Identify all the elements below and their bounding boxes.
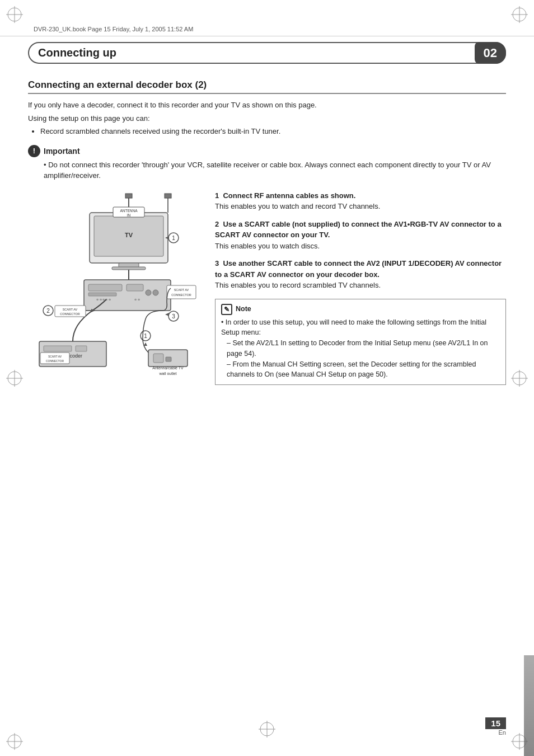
bullet-1: Record scrambled channels received using… <box>40 126 506 137</box>
svg-text:CONNECTOR: CONNECTOR <box>46 359 64 363</box>
svg-text:SCART AV: SCART AV <box>174 288 189 292</box>
important-icon: ! <box>28 145 40 157</box>
svg-rect-27 <box>125 194 132 198</box>
svg-rect-39 <box>167 285 196 299</box>
note-icon: ✎ <box>221 304 232 315</box>
svg-point-34 <box>146 290 151 295</box>
step-1-number: 1 <box>215 191 219 200</box>
steps-column: 1 Connect RF antenna cables as shown. Th… <box>215 190 506 386</box>
step-1-title: Connect RF antenna cables as shown. <box>223 191 355 200</box>
page-footer: 15 En <box>485 717 506 736</box>
svg-text:1: 1 <box>172 235 175 241</box>
reg-mark-bottom-center <box>259 721 275 739</box>
reg-mark-right-mid <box>509 368 530 388</box>
important-label: Important <box>44 147 80 156</box>
page-number: 15 <box>485 717 506 729</box>
main-content: Connecting an external decoder box (2) I… <box>28 79 506 385</box>
diagram-svg: TV ANTENNA IN 1 <box>28 190 202 381</box>
svg-text:CONNECTOR: CONNECTOR <box>171 293 191 297</box>
svg-rect-60 <box>165 194 171 198</box>
file-info-header: DVR-230_UK.book Page 15 Friday, July 1, … <box>0 22 534 36</box>
reg-mark-bottom-left <box>4 731 25 752</box>
chapter-header: Connecting up 02 <box>28 42 506 64</box>
important-body: Do not connect this recorder 'through' y… <box>44 161 491 180</box>
step-3-number: 3 <box>215 259 219 267</box>
svg-marker-44 <box>165 313 169 316</box>
section-title: Connecting an external decoder box (2) <box>28 79 506 94</box>
svg-text:IN: IN <box>127 213 131 217</box>
svg-text:TV: TV <box>125 232 133 238</box>
svg-rect-53 <box>153 354 163 363</box>
important-box: ! Important • Do not connect this record… <box>28 145 506 181</box>
note-box: ✎ Note • In order to use this setup, you… <box>215 299 506 386</box>
intro-text-2: Using the setup on this page you can: <box>28 113 506 124</box>
intro-text-1: If you only have a decoder, connect it t… <box>28 100 506 111</box>
svg-text:CONNECTOR: CONNECTOR <box>60 312 79 316</box>
two-column-layout: TV ANTENNA IN 1 <box>28 190 506 386</box>
important-header: ! Important <box>28 145 506 157</box>
intro-bullets: Record scrambled channels received using… <box>40 126 506 137</box>
step-3: 3 Use another SCART cable to connect the… <box>215 258 506 291</box>
file-info-text: DVR-230_UK.book Page 15 Friday, July 1, … <box>34 26 193 32</box>
svg-text:⊕ ⊕ ⊕ ⊕ ⊕: ⊕ ⊕ ⊕ ⊕ ⊕ <box>96 298 111 301</box>
important-text: • Do not connect this recorder 'through'… <box>44 159 506 181</box>
reg-mark-left-mid <box>4 368 25 388</box>
note-bullet-3: – From the Manual CH Setting screen, set… <box>227 359 500 381</box>
svg-text:SCART AV: SCART AV <box>63 308 78 311</box>
svg-text:⊕ ⊕: ⊕ ⊕ <box>134 298 139 301</box>
svg-marker-59 <box>144 342 147 346</box>
svg-rect-22 <box>112 267 146 270</box>
chapter-title: Connecting up <box>38 46 496 59</box>
step-3-title: Use another SCART cable to connect the A… <box>215 259 502 279</box>
note-bullet-2: – Set the AV2/L1 In setting to Decoder f… <box>227 338 500 359</box>
svg-text:SCART AV: SCART AV <box>48 355 62 358</box>
chapter-number: 02 <box>475 42 506 64</box>
note-label: Note <box>236 304 251 314</box>
svg-text:2: 2 <box>46 308 50 314</box>
svg-point-35 <box>153 290 158 295</box>
step-1-body: This enables you to watch and record TV … <box>215 202 380 210</box>
reg-mark-top-left <box>4 4 25 25</box>
svg-text:Antenna/cable TV: Antenna/cable TV <box>152 366 184 370</box>
diagram-container: TV ANTENNA IN 1 <box>28 190 202 381</box>
right-side-strip <box>524 655 534 756</box>
svg-rect-33 <box>127 284 143 291</box>
step-2-number: 2 <box>215 220 219 228</box>
step-2-title: Use a SCART cable (not supplied) to conn… <box>215 220 502 240</box>
svg-rect-47 <box>44 346 72 351</box>
step-2-body: This enables you to watch discs. <box>215 242 320 250</box>
step-1: 1 Connect RF antenna cables as shown. Th… <box>215 190 506 212</box>
step-2: 2 Use a SCART cable (not supplied) to co… <box>215 219 506 252</box>
note-header: ✎ Note <box>221 304 500 315</box>
svg-text:wall outlet: wall outlet <box>158 372 176 375</box>
diagram-column: TV ANTENNA IN 1 <box>28 190 202 386</box>
svg-text:1: 1 <box>144 333 147 339</box>
note-bullet-1: • In order to use this setup, you will n… <box>221 317 500 339</box>
svg-rect-36 <box>88 293 116 296</box>
note-content: • In order to use this setup, you will n… <box>221 317 500 381</box>
reg-mark-top-right <box>509 4 530 25</box>
page-lang: En <box>499 729 506 736</box>
svg-rect-32 <box>88 284 122 291</box>
svg-text:3: 3 <box>172 313 175 320</box>
svg-rect-48 <box>76 346 87 351</box>
svg-text:ANTENNA: ANTENNA <box>120 209 138 213</box>
step-3-body: This enables you to record scrambled TV … <box>215 281 381 289</box>
svg-rect-54 <box>166 357 171 361</box>
